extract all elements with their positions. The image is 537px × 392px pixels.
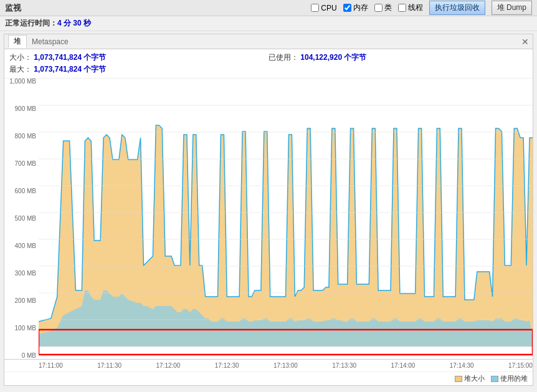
y-axis-label: 600 MB (15, 188, 36, 194)
legend-heap-used-label: 使用的堆 (500, 374, 528, 383)
chart-area: 1,000 MB900 MB800 MB700 MB600 MB500 MB40… (4, 79, 533, 359)
max-value: 1,073,741,824 个字节 (34, 65, 106, 74)
top-bar: 监视 CPU 内存 类 线程 执行垃圾回收 堆 Dump (0, 0, 537, 16)
legend-heap-used-icon (491, 376, 498, 382)
x-label-0: 17:11:00 (39, 362, 63, 369)
x-label-5: 17:13:30 (332, 362, 356, 369)
checkbox-class-input[interactable] (374, 4, 383, 12)
heap-dump-button[interactable]: 堆 Dump (492, 1, 532, 15)
page-title: 监视 (5, 2, 21, 14)
legend-heap-size-label: 堆大小 (464, 374, 485, 383)
x-label-3: 17:12:30 (215, 362, 239, 369)
chart-inner (39, 79, 533, 359)
panel-header: 堆 Metaspace ✕ (4, 34, 533, 49)
x-label-8: 17:15:00 (508, 362, 533, 369)
close-button[interactable]: ✕ (521, 37, 529, 47)
y-axis-label: 500 MB (15, 216, 36, 222)
size-label: 大小： (9, 53, 32, 62)
info-left: 大小： 1,073,741,824 个字节 最大： 1,073,741,824 … (9, 52, 268, 75)
uptime-value: 4 分 30 秒 (57, 18, 91, 29)
uptime-bar: 正常运行时间： 4 分 30 秒 (0, 16, 537, 31)
x-label-4: 17:13:00 (273, 362, 298, 369)
legend-heap-used: 使用的堆 (491, 374, 528, 383)
y-axis-label: 200 MB (15, 298, 36, 304)
y-axis-label: 700 MB (15, 161, 36, 167)
used-label: 已使用： (268, 53, 298, 62)
legend-heap-size: 堆大小 (455, 374, 485, 383)
heap-panel: 堆 Metaspace ✕ 大小： 1,073,741,824 个字节 最大： … (4, 34, 533, 386)
gc-button[interactable]: 执行垃圾回收 (429, 1, 485, 15)
max-label: 最大： (9, 65, 32, 74)
y-axis-label: 800 MB (15, 133, 36, 140)
tab-metaspace[interactable]: Metaspace (32, 37, 69, 46)
checkbox-memory-input[interactable] (343, 4, 351, 12)
checkbox-cpu[interactable]: CPU (311, 4, 336, 12)
uptime-label: 正常运行时间： (5, 18, 57, 29)
y-axis: 1,000 MB900 MB800 MB700 MB600 MB500 MB40… (4, 79, 39, 359)
legend-bar: 堆大小 使用的堆 (4, 371, 533, 385)
checkbox-class[interactable]: 类 (374, 2, 392, 13)
tab-heap[interactable]: 堆 (8, 35, 27, 48)
x-label-2: 17:12:00 (156, 362, 181, 369)
y-axis-label: 100 MB (15, 325, 36, 332)
info-right: 已使用： 104,122,920 个字节 (268, 52, 528, 75)
x-label-6: 17:14:00 (391, 362, 416, 369)
max-line: 最大： 1,073,741,824 个字节 (9, 64, 268, 75)
size-line: 大小： 1,073,741,824 个字节 (9, 52, 268, 64)
checkbox-thread-input[interactable] (398, 4, 406, 12)
chart-container: 1,000 MB900 MB800 MB700 MB600 MB500 MB40… (4, 79, 533, 385)
used-value: 104,122,920 个字节 (300, 53, 366, 62)
y-axis-label: 1,000 MB (9, 79, 36, 85)
y-axis-label: 0 MB (22, 353, 36, 359)
panel-info: 大小： 1,073,741,824 个字节 最大： 1,073,741,824 … (4, 49, 533, 79)
checkbox-thread[interactable]: 线程 (398, 2, 423, 13)
checkbox-cpu-input[interactable] (311, 4, 319, 12)
y-axis-label: 900 MB (15, 106, 36, 112)
top-bar-controls: CPU 内存 类 线程 执行垃圾回收 堆 Dump (311, 1, 532, 15)
used-line: 已使用： 104,122,920 个字节 (268, 52, 528, 64)
y-axis-label: 400 MB (15, 243, 36, 249)
checkbox-memory[interactable]: 内存 (343, 2, 368, 13)
x-axis: 17:11:00 17:11:30 17:12:00 17:12:30 17:1… (4, 359, 533, 371)
y-axis-label: 300 MB (15, 270, 36, 277)
x-label-7: 17:14:30 (450, 362, 474, 369)
x-label-1: 17:11:30 (97, 362, 121, 369)
legend-heap-size-icon (455, 376, 462, 382)
size-value: 1,073,741,824 个字节 (34, 53, 106, 62)
checkbox-group: CPU 内存 类 线程 (311, 2, 422, 13)
